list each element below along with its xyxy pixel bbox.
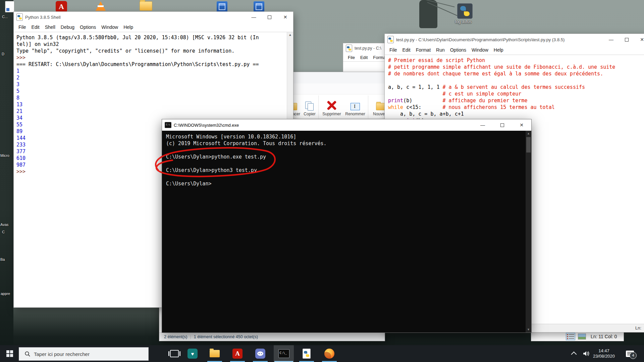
menubar: FileEditShellDebugOptionsWindowHelp [14,22,293,32]
desktop-label-c2[interactable]: C [2,230,5,234]
python-file-icon [303,349,311,359]
menu-help[interactable]: Help [491,46,506,54]
code-editor[interactable]: # Premier essai de script Python# petit … [385,55,644,124]
ribbon-rename-button[interactable]: Renommer [343,97,367,116]
ribbon-delete-button[interactable]: Supprimer [320,97,343,116]
ribbon-copy-button[interactable]: Copier [298,97,321,116]
window-controls: — ✕ [603,34,644,45]
titlebar[interactable]: test.py.py - C:\ [343,43,387,53]
menu-window[interactable]: Window [99,23,121,31]
idle-file-icon [387,36,394,43]
menu-file[interactable]: File [16,23,29,31]
new-folder-icon [376,103,385,110]
menu-help[interactable]: Help [121,23,136,31]
cmd-window: C:\ C:\WINDOWS\system32\cmd.exe — ✕ Micr… [162,119,532,333]
view-details-icon[interactable] [566,333,575,340]
menu-edit[interactable]: Edit [400,46,413,54]
minimize-button[interactable]: — [473,119,492,131]
selection-info: 1 élément sélectionné 450 octet(s) [194,335,258,339]
ribbon-divider [318,96,319,120]
taskbar-search-input[interactable]: Taper ici pour rechercher [19,347,149,361]
ribbon-label: Nouveau [369,112,385,116]
vlc-cone-icon [96,1,106,11]
taskbar-app-heart[interactable]: ♥ [184,345,201,362]
menu-edit[interactable]: Edit [29,23,42,31]
folder-icon [140,1,152,11]
titlebar[interactable]: test.py.py - C:\Users\Dylan\Documents\Pr… [385,34,644,45]
scroll-thumb[interactable] [526,137,531,153]
menubar: FileEditForma [343,53,387,62]
idle-file-icon [16,13,23,21]
menu-run[interactable]: Run [433,46,447,54]
close-button[interactable]: ✕ [512,119,531,131]
text-line: 1 [16,68,293,74]
taskbar-adobe[interactable]: A [229,345,246,362]
menu-options[interactable]: Options [77,23,99,31]
start-button[interactable] [2,345,17,362]
desktop-icon-app2[interactable] [254,1,264,12]
menu-shell[interactable]: Shell [42,23,58,31]
notification-center-button[interactable]: 4 [623,345,637,362]
menubar: FileEditFormatRunOptionsWindowHelp [385,45,644,55]
desktop-icon-log-dofus[interactable]: log dofus [457,3,473,19]
maximize-button[interactable] [262,12,277,22]
menu-file[interactable]: File [387,46,400,54]
text-line [166,174,531,180]
editor-behind-statusbar: Ln: 11 Col: 0 [531,332,624,341]
close-button[interactable]: ✕ [634,34,644,45]
scrollbar[interactable]: ▲ ▼ [526,131,531,333]
taskbar-explorer[interactable] [207,345,223,362]
tray-volume-button[interactable] [581,345,592,362]
code-area[interactable]: # Premier es # petit [343,62,387,72]
firefox-icon [324,349,334,359]
taskbar-firefox[interactable] [321,345,337,362]
taskbar-python-file[interactable] [299,345,315,362]
desktop-label-appre[interactable]: appre [1,292,10,296]
menu-window[interactable]: Window [469,46,491,54]
text-line: 2 [16,74,293,81]
scroll-up-arrow[interactable]: ▲ [526,131,531,136]
desktop-icon-folder[interactable] [140,1,152,11]
menu-debug[interactable]: Debug [58,23,77,31]
windows-logo-icon [6,350,13,357]
search-icon [24,351,31,357]
desktop-label-d[interactable]: D [2,52,4,56]
task-view-button[interactable] [166,345,182,362]
scroll-down-arrow[interactable]: ▼ [526,327,531,333]
text-line: 5 [16,88,293,95]
idle-file-icon [346,45,352,52]
tray-chevron-button[interactable] [570,345,580,362]
text-line: print(b) # affichage du premier terme [388,97,644,104]
menu-edit[interactable]: Edit [358,54,370,61]
taskbar-discord[interactable] [252,345,268,362]
menu-format[interactable]: Format [413,46,433,54]
desktop-icon-app1[interactable] [217,1,227,12]
desktop-icon-vlc[interactable] [96,1,106,11]
menu-options[interactable]: Options [447,46,469,54]
desktop-label-ba[interactable]: Ba [0,257,5,261]
minimize-button[interactable]: — [246,12,262,22]
ribbon-new-folder-button[interactable]: Nouveau [369,97,385,116]
close-button[interactable]: ✕ [277,12,293,22]
maximize-button[interactable] [619,34,634,45]
titlebar[interactable]: C:\ C:\WINDOWS\system32\cmd.exe — ✕ [162,119,531,131]
window-title: Python 3.8.5 Shell [25,15,61,20]
minimize-button[interactable]: — [603,34,619,45]
menu-file[interactable]: File [345,54,358,61]
desktop-icon-document[interactable] [5,1,14,12]
text-line: C:\Users\Dylan>python.exe test.py [166,154,531,160]
desktop-label-c1[interactable]: C... [2,15,8,19]
titlebar[interactable]: Python 3.8.5 Shell — ✕ [14,12,293,22]
ribbon-divider [368,96,368,120]
text-line: # de nombres dont chaque terme est égal … [388,70,644,77]
taskbar-cmd-active[interactable]: C:\_ [274,345,294,362]
text-line: === RESTART: C:\Users\Dylan\Documents\Pr… [16,61,293,68]
console-area[interactable]: Microsoft Windows [version 10.0.18362.10… [162,131,531,333]
desktop-label-micro[interactable]: Micro [0,154,9,158]
view-thumbnails-icon[interactable] [578,334,586,340]
desktop-icon-adobe[interactable]: A [56,1,67,12]
desktop-label-avas[interactable]: Avas [0,223,8,227]
cmd-icon: C:\ [165,122,171,128]
tray-clock[interactable]: 14:47 23/08/2020 [593,345,621,362]
maximize-button[interactable] [492,119,512,131]
